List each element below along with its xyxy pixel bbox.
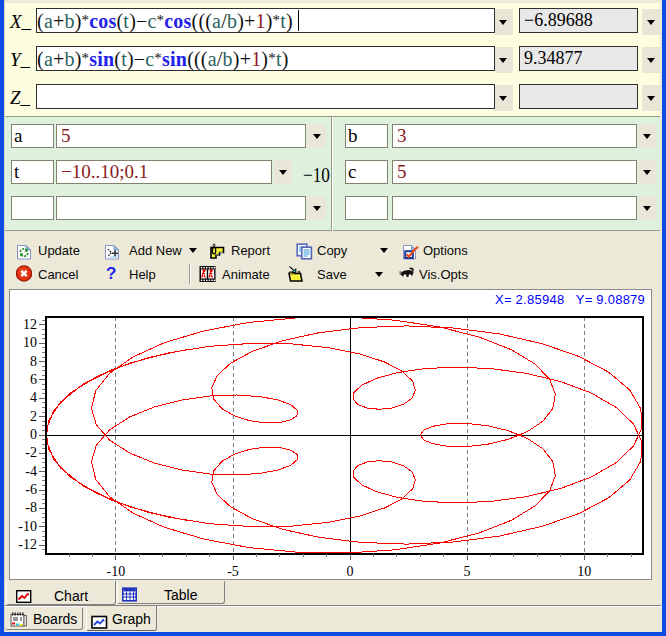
- svg-text:-2: -2: [25, 445, 37, 460]
- svg-text:-10: -10: [107, 564, 126, 579]
- svg-text:-6: -6: [25, 482, 37, 497]
- svg-text:0: 0: [347, 564, 354, 579]
- svg-text:-4: -4: [25, 464, 37, 479]
- svg-text:10: 10: [577, 564, 591, 579]
- svg-text:12: 12: [23, 317, 37, 332]
- svg-text:0: 0: [30, 427, 37, 442]
- svg-text:4: 4: [30, 390, 37, 405]
- svg-text:8: 8: [30, 354, 37, 369]
- svg-text:2: 2: [30, 409, 37, 424]
- svg-text:-10: -10: [18, 519, 37, 534]
- svg-text:-5: -5: [227, 564, 239, 579]
- svg-text:6: 6: [30, 372, 37, 387]
- svg-text:-12: -12: [18, 537, 37, 552]
- svg-text:-8: -8: [25, 500, 37, 515]
- svg-text:5: 5: [464, 564, 471, 579]
- svg-text:10: 10: [23, 335, 37, 350]
